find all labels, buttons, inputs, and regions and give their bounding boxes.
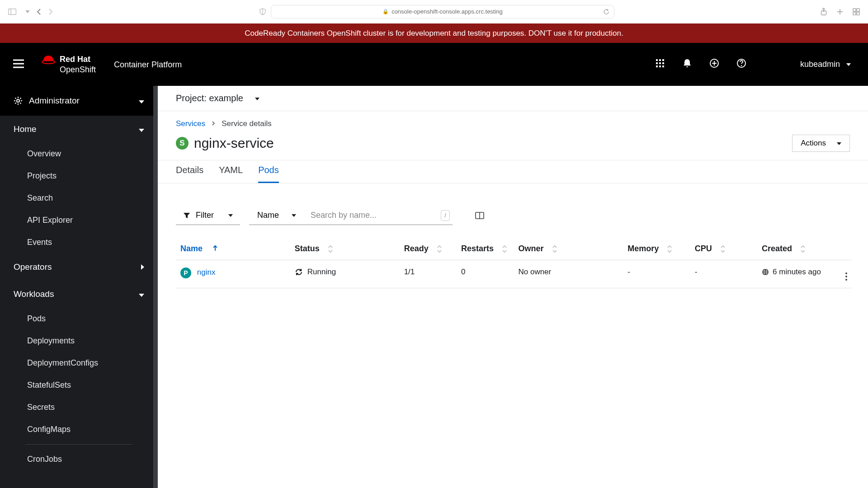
ready-value: 1/1	[400, 260, 457, 288]
sort-icon	[502, 245, 507, 253]
column-header-name[interactable]: Name	[176, 238, 290, 260]
refresh-icon[interactable]	[603, 9, 609, 15]
svg-rect-20	[662, 62, 664, 64]
nav-item-secrets[interactable]: Secrets	[0, 396, 158, 418]
tabs: Details YAML Pods	[158, 160, 868, 183]
app-launcher-icon[interactable]	[656, 59, 665, 70]
lock-icon: 🔒	[382, 9, 389, 14]
column-header-owner[interactable]: Owner	[514, 238, 623, 260]
column-header-created[interactable]: Created	[757, 238, 832, 260]
row-kebab-menu[interactable]	[832, 260, 852, 288]
sort-icon	[801, 245, 805, 253]
breadcrumb: Services Service details	[158, 111, 868, 128]
nav-section-workloads[interactable]: Workloads	[0, 281, 158, 308]
warning-banner: CodeReady Containers OpenShift cluster i…	[0, 23, 868, 43]
nav-item-pods[interactable]: Pods	[0, 308, 158, 330]
nav-section-label: Operators	[14, 262, 52, 272]
filter-label: Filter	[196, 211, 214, 220]
bell-icon[interactable]	[683, 58, 692, 70]
hamburger-icon[interactable]	[13, 59, 24, 70]
nav-section-home[interactable]: Home	[0, 116, 158, 143]
nav-item-deploymentconfigs[interactable]: DeploymentConfigs	[0, 352, 158, 374]
sort-icon	[552, 245, 557, 253]
masthead: Red Hat OpenShift Container Platform kub…	[0, 43, 868, 86]
svg-rect-15	[656, 59, 658, 61]
nav-item-search[interactable]: Search	[0, 187, 158, 209]
search-input[interactable]	[304, 206, 441, 225]
username: kubeadmin	[800, 60, 840, 69]
toolbar: Filter Name /	[158, 183, 868, 233]
svg-rect-8	[853, 12, 856, 15]
breadcrumb-current: Service details	[222, 119, 272, 128]
column-header-status[interactable]: Status	[290, 238, 400, 260]
address-bar[interactable]: 🔒 console-openshift-console.apps.crc.tes…	[271, 5, 614, 19]
url-text: console-openshift-console.apps.crc.testi…	[392, 8, 503, 15]
status-text: Running	[307, 267, 336, 277]
nav-item-configmaps[interactable]: ConfigMaps	[0, 418, 158, 441]
breadcrumb-parent[interactable]: Services	[176, 119, 205, 128]
column-header-memory[interactable]: Memory	[623, 238, 690, 260]
redhat-hat-icon	[42, 54, 54, 63]
sort-icon	[721, 245, 725, 253]
brand-line1: Red Hat	[60, 55, 90, 64]
user-menu[interactable]: kubeadmin	[800, 60, 851, 69]
svg-rect-16	[659, 59, 661, 61]
nav-item-overview[interactable]: Overview	[0, 143, 158, 165]
filter-icon	[183, 212, 190, 219]
table-row: P nginx Running 1/1 0 No owner	[176, 260, 852, 288]
restarts-value: 0	[457, 260, 514, 288]
tab-pods[interactable]: Pods	[258, 160, 279, 183]
project-value: example	[209, 93, 243, 103]
filter-button[interactable]: Filter	[176, 206, 240, 225]
scope-label: Name	[257, 211, 279, 220]
pods-table: Name Status Ready Restarts	[176, 238, 852, 288]
nav-item-statefulsets[interactable]: StatefulSets	[0, 374, 158, 396]
memory-value: -	[623, 260, 690, 288]
actions-button[interactable]: Actions	[792, 135, 850, 152]
share-icon[interactable]	[820, 8, 827, 16]
chevron-down-icon	[834, 139, 841, 148]
tab-yaml[interactable]: YAML	[219, 160, 243, 183]
new-tab-icon[interactable]	[836, 8, 844, 15]
help-icon[interactable]	[737, 59, 746, 70]
nav-divider	[25, 444, 132, 445]
chevron-down-icon	[139, 289, 144, 299]
column-header-ready[interactable]: Ready	[400, 238, 457, 260]
chevron-down-icon[interactable]	[23, 8, 30, 16]
pod-link[interactable]: nginx	[197, 268, 216, 277]
svg-rect-23	[662, 66, 664, 67]
sort-icon	[667, 245, 672, 253]
nav-section-operators[interactable]: Operators	[0, 253, 158, 281]
tab-details[interactable]: Details	[176, 160, 203, 183]
nav-item-deployments[interactable]: Deployments	[0, 330, 158, 352]
project-selector[interactable]: Project: example	[158, 86, 868, 111]
nav-item-events[interactable]: Events	[0, 231, 158, 253]
column-header-restarts[interactable]: Restarts	[457, 238, 514, 260]
brand-line2: OpenShift	[60, 65, 96, 74]
svg-rect-7	[857, 9, 859, 11]
chevron-down-icon	[289, 211, 296, 220]
svg-rect-22	[659, 66, 661, 67]
nav-item-projects[interactable]: Projects	[0, 165, 158, 187]
tabs-overview-icon[interactable]	[853, 8, 860, 15]
shield-icon[interactable]	[259, 8, 266, 15]
plus-circle-icon[interactable]	[710, 59, 719, 70]
sidebar-toggle-icon[interactable]	[8, 9, 16, 15]
resource-badge-service: S	[176, 137, 189, 150]
sort-icon	[328, 245, 333, 253]
actions-label: Actions	[801, 139, 826, 148]
nav-item-cronjobs[interactable]: CronJobs	[0, 448, 158, 470]
svg-rect-18	[656, 62, 658, 64]
slash-shortcut-hint: /	[441, 210, 450, 221]
nav-item-api-explorer[interactable]: API Explorer	[0, 209, 158, 231]
svg-rect-0	[9, 9, 16, 14]
search-scope-select[interactable]: Name	[249, 206, 304, 225]
brand-logo[interactable]: Red Hat OpenShift	[42, 54, 96, 75]
columns-toggle-icon[interactable]	[475, 212, 484, 219]
nav-back-icon[interactable]	[36, 8, 42, 16]
globe-icon	[762, 268, 769, 276]
column-header-cpu[interactable]: CPU	[690, 238, 757, 260]
perspective-switcher[interactable]: Administrator	[0, 86, 158, 116]
sync-icon	[295, 268, 303, 276]
sort-icon	[437, 245, 442, 253]
